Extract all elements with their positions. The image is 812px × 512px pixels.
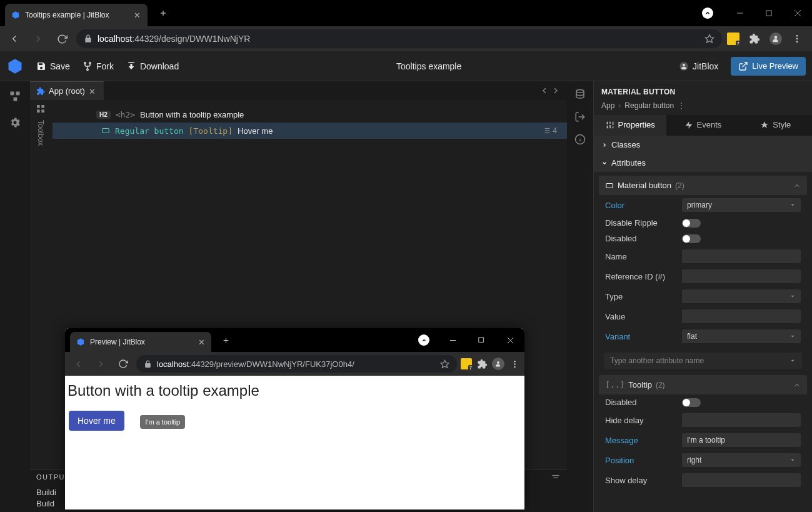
live-preview-button[interactable]: Live Preview	[731, 57, 806, 76]
add-attribute-input[interactable]: Type another attribute name	[604, 353, 802, 369]
svg-point-13	[84, 62, 86, 64]
tab-events[interactable]: Events	[666, 115, 739, 136]
chevron-up-circle-icon[interactable]	[418, 334, 429, 346]
tab-properties[interactable]: Properties	[594, 115, 666, 136]
attr-name-input[interactable]	[682, 249, 801, 263]
download-button[interactable]: Download	[126, 61, 179, 71]
crumb-leaf[interactable]: Regular button	[624, 101, 674, 110]
back-button[interactable]	[69, 354, 88, 373]
collapse-icon[interactable]	[551, 474, 561, 480]
tooltip-message-input[interactable]	[682, 433, 801, 447]
tab-style[interactable]: Style	[739, 115, 812, 136]
url-input[interactable]: localhost:44329/preview/DWW1NwNjYR/FUK37…	[136, 355, 457, 373]
close-window-button[interactable]	[496, 328, 524, 352]
close-icon[interactable]: ✕	[89, 87, 98, 96]
browser-tab[interactable]: Tooltips example | JitBlox ✕	[5, 4, 148, 26]
tooltip-hidedelay-label: Hide delay	[605, 416, 677, 425]
svg-point-62	[514, 360, 516, 362]
minimize-button[interactable]	[726, 0, 754, 26]
minimize-button[interactable]	[438, 328, 467, 352]
svg-rect-26	[103, 129, 109, 133]
profile-avatar-icon[interactable]	[492, 358, 504, 370]
extension-badge-icon[interactable]: 7	[461, 358, 472, 369]
attr-type-select[interactable]	[682, 289, 801, 303]
attr-variant-select[interactable]: flat	[682, 329, 801, 343]
new-tab-button[interactable]	[154, 4, 173, 23]
settings-icon[interactable]	[9, 116, 21, 129]
jitblox-logo-icon[interactable]	[6, 58, 24, 75]
user-menu[interactable]: JitBlox	[679, 61, 718, 71]
svg-rect-22	[37, 105, 40, 108]
exit-icon[interactable]	[574, 111, 586, 123]
extensions-icon[interactable]	[476, 359, 488, 369]
group-material-button[interactable]: Material button (2)	[599, 176, 807, 195]
attr-variant-label: Variant	[605, 332, 677, 341]
save-button[interactable]: Save	[36, 61, 70, 71]
attr-color-select[interactable]: primary	[682, 198, 801, 212]
bookmark-star-icon[interactable]	[440, 359, 449, 369]
component-icon	[101, 126, 110, 135]
crumb-root[interactable]: App	[601, 101, 614, 110]
svg-marker-7	[705, 34, 713, 43]
browser-menu-icon[interactable]	[791, 33, 803, 45]
more-icon[interactable]: ⋮	[678, 101, 685, 110]
browser-menu-icon[interactable]	[508, 359, 521, 369]
url-input[interactable]: localhost:44329/design/DWW1NwNjYR	[76, 29, 722, 48]
maximize-button[interactable]	[754, 0, 783, 26]
structure-icon[interactable]	[9, 90, 21, 103]
lock-icon	[84, 34, 93, 43]
svg-point-64	[514, 366, 516, 368]
properties-panel: MATERIAL BUTTON App › Regular button ⋮ P…	[593, 81, 812, 512]
attr-type-label: Type	[605, 292, 677, 301]
attr-refid-input[interactable]	[682, 269, 801, 283]
reload-button[interactable]	[114, 354, 133, 373]
toolbox-tab[interactable]: Toolbox	[34, 104, 48, 146]
chevron-right-icon	[601, 142, 608, 148]
props-header: MATERIAL BUTTON	[594, 81, 812, 99]
extension-badge-icon[interactable]: 7	[727, 33, 739, 45]
tooltip-showdelay-input[interactable]	[682, 473, 801, 487]
svg-marker-52	[791, 459, 794, 461]
section-classes[interactable]: Classes	[594, 136, 812, 154]
chevron-up-circle-icon[interactable]	[702, 8, 713, 19]
close-icon[interactable]: ✕	[198, 338, 205, 347]
group-tooltip[interactable]: [..] Tooltip (2)	[599, 375, 807, 394]
preview-window: Preview | JitBlox ✕ localhost:44329/prev…	[65, 328, 524, 509]
tooltip-position-label: Position	[605, 456, 677, 465]
tooltip-hidedelay-input[interactable]	[682, 413, 801, 427]
attr-disable-ripple-toggle[interactable]	[682, 219, 701, 228]
profile-avatar-icon[interactable]	[769, 33, 782, 45]
tooltip-disabled-toggle[interactable]	[682, 398, 701, 407]
chevron-left-icon[interactable]	[539, 86, 549, 96]
reload-button[interactable]	[53, 29, 71, 48]
hover-me-button[interactable]: Hover me	[69, 411, 124, 431]
fork-button[interactable]: Fork	[83, 61, 114, 71]
forward-button[interactable]	[91, 354, 110, 373]
db-icon[interactable]	[574, 89, 586, 100]
tree-row-button[interactable]: Regular button [Tooltip] Hover me 4	[53, 123, 567, 139]
preview-tab[interactable]: Preview | JitBlox ✕	[70, 332, 211, 352]
puzzle-icon	[36, 87, 45, 96]
maximize-button[interactable]	[467, 328, 496, 352]
bookmark-star-icon[interactable]	[704, 34, 714, 44]
tooltip-popup: I'm a tooltip	[140, 415, 185, 429]
back-button[interactable]	[5, 29, 24, 48]
close-icon[interactable]: ✕	[133, 11, 141, 19]
attr-color-label: Color	[605, 201, 677, 210]
chevron-right-icon[interactable]	[551, 86, 561, 96]
svg-point-15	[87, 69, 89, 71]
attr-value-input[interactable]	[682, 309, 801, 323]
doc-tab-app-root[interactable]: App (root) ✕	[30, 81, 104, 100]
tree-row-h2[interactable]: H2 <h2> Button with a tooltip example	[53, 106, 567, 123]
close-window-button[interactable]	[783, 0, 812, 26]
new-tab-button[interactable]	[216, 336, 235, 344]
section-attributes[interactable]: Attributes	[594, 154, 812, 172]
attr-disabled-toggle[interactable]	[682, 234, 701, 243]
forward-button[interactable]	[29, 29, 48, 48]
extensions-icon[interactable]	[748, 33, 761, 45]
tooltip-position-select[interactable]: right	[682, 453, 801, 467]
svg-point-8	[774, 36, 778, 39]
address-bar: localhost:44329/design/DWW1NwNjYR 7	[0, 26, 812, 51]
info-icon[interactable]	[574, 134, 586, 145]
svg-rect-47	[606, 183, 613, 188]
